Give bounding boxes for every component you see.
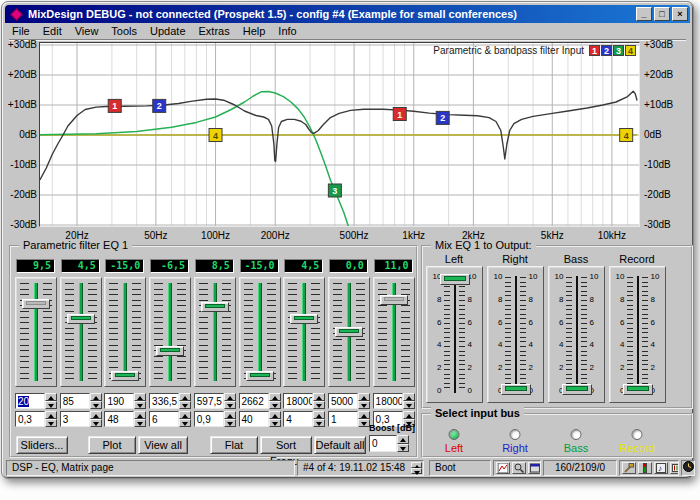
spin-up-icon[interactable] <box>313 411 325 419</box>
clock-icon[interactable] <box>683 461 694 476</box>
spin-down-icon[interactable] <box>224 419 236 427</box>
output-fader-thumb-bass[interactable] <box>562 384 592 395</box>
bus-label-left[interactable]: Left <box>445 442 463 454</box>
plot-button[interactable]: Plot <box>88 436 136 454</box>
boost-spinner[interactable]: 0 <box>369 435 409 452</box>
plot-icon[interactable] <box>496 462 510 474</box>
freq-spin-buttons[interactable] <box>90 393 102 409</box>
freq-spinner-1[interactable]: 20 <box>15 393 57 409</box>
output-fader-right[interactable]: 10 108 86 64 42 20 0 <box>487 266 544 403</box>
minimize-button[interactable]: _ <box>636 7 652 21</box>
spin-down-icon[interactable] <box>90 401 102 409</box>
close-button[interactable]: × <box>672 7 688 21</box>
fader-thumb-6[interactable] <box>246 371 274 381</box>
mixer-icon[interactable] <box>670 462 679 474</box>
spin-down-icon[interactable] <box>313 419 325 427</box>
spin-up-icon[interactable] <box>90 411 102 419</box>
spin-up-icon[interactable] <box>224 411 236 419</box>
spin-up-icon[interactable] <box>269 393 281 401</box>
freq-spin-buttons[interactable] <box>224 393 236 409</box>
spin-down-icon[interactable] <box>179 419 191 427</box>
view-all-button[interactable]: View all <box>138 436 188 454</box>
filter-marker-3[interactable]: 3 <box>328 184 341 197</box>
sort-frequ-button[interactable]: Sort Frequ. <box>260 436 312 454</box>
menu-extras[interactable]: Extras <box>193 25 237 37</box>
freq-spinner-2[interactable]: 85 <box>60 393 102 409</box>
menu-tools[interactable]: Tools <box>105 25 144 37</box>
spin-down-icon[interactable] <box>45 401 57 409</box>
spin-down-icon[interactable] <box>269 401 281 409</box>
boost-value-input[interactable]: 0 <box>369 435 397 452</box>
spin-down-icon[interactable] <box>45 419 57 427</box>
maximize-button[interactable]: □ <box>654 7 670 21</box>
output-fader-thumb-right[interactable] <box>501 384 531 395</box>
spin-down-icon[interactable] <box>403 401 415 409</box>
freq-spinner-3[interactable]: 190 <box>104 393 146 409</box>
freq-spin-buttons[interactable] <box>313 393 325 409</box>
filter-marker-2[interactable]: 2 <box>153 99 166 112</box>
q-input-4[interactable]: 6 <box>149 411 179 427</box>
output-fader-thumb-left[interactable] <box>440 274 470 285</box>
freq-spin-buttons[interactable] <box>358 393 370 409</box>
eq-response-plot[interactable]: 1243124 Parametric & bandpass filter Inp… <box>39 42 640 227</box>
bus-radio-right[interactable] <box>510 429 521 440</box>
freq-spin-buttons[interactable] <box>134 393 146 409</box>
spin-up-icon[interactable] <box>45 393 57 401</box>
spin-down-icon[interactable] <box>224 401 236 409</box>
q-input-7[interactable]: 4 <box>283 411 313 427</box>
menu-info[interactable]: Info <box>272 25 303 37</box>
q-spin-buttons[interactable] <box>134 411 146 427</box>
q-spin-buttons[interactable] <box>90 411 102 427</box>
q-spin-buttons[interactable] <box>313 411 325 427</box>
bus-label-right[interactable]: Right <box>502 442 528 454</box>
q-spin-buttons[interactable] <box>45 411 57 427</box>
fader-thumb-9[interactable] <box>380 295 408 305</box>
freq-spin-buttons[interactable] <box>269 393 281 409</box>
spin-up-icon[interactable] <box>134 411 146 419</box>
freq-spin-buttons[interactable] <box>403 393 415 409</box>
spin-up-icon[interactable] <box>269 411 281 419</box>
filter-marker-1[interactable]: 1 <box>393 108 406 121</box>
gain-fader-6[interactable] <box>239 277 281 387</box>
fader-thumb-4[interactable] <box>156 346 184 356</box>
freq-input-5[interactable]: 597,5 <box>194 393 224 409</box>
q-input-6[interactable]: 40 <box>239 411 269 427</box>
bus-radio-bass[interactable] <box>571 429 582 440</box>
gain-fader-5[interactable] <box>194 277 236 387</box>
spin-up-icon[interactable] <box>134 393 146 401</box>
output-fader-thumb-record[interactable] <box>623 384 653 395</box>
q-spinner-6[interactable]: 40 <box>239 411 281 427</box>
spin-down-icon[interactable] <box>397 444 409 453</box>
spin-down-icon[interactable] <box>313 401 325 409</box>
preset-spin-buttons[interactable] <box>411 462 422 474</box>
notes-icon[interactable]: ♪ <box>654 462 668 474</box>
freq-spinner-4[interactable]: 336,5 <box>149 393 191 409</box>
freq-spinner-5[interactable]: 597,5 <box>194 393 236 409</box>
menu-help[interactable]: Help <box>237 25 273 37</box>
filter-marker-4[interactable]: 4 <box>209 129 222 142</box>
gain-fader-9[interactable] <box>373 277 415 387</box>
spin-up-icon[interactable] <box>224 393 236 401</box>
spin-down-icon[interactable] <box>358 401 370 409</box>
window-icon[interactable] <box>528 462 541 474</box>
q-spinner-1[interactable]: 0,3 <box>15 411 57 427</box>
q-input-1[interactable]: 0,3 <box>15 411 45 427</box>
q-spin-buttons[interactable] <box>269 411 281 427</box>
fader-thumb-2[interactable] <box>67 314 95 324</box>
spin-up-icon[interactable] <box>397 435 409 444</box>
spin-down-icon[interactable] <box>90 419 102 427</box>
spin-down-icon[interactable] <box>134 401 146 409</box>
spin-down-icon[interactable] <box>269 419 281 427</box>
bus-radio-record[interactable] <box>632 429 643 440</box>
fader-thumb-1[interactable] <box>22 299 50 309</box>
gain-fader-7[interactable] <box>283 277 325 387</box>
menu-view[interactable]: View <box>69 25 106 37</box>
filter-marker-4[interactable]: 4 <box>620 129 633 142</box>
menu-edit[interactable]: Edit <box>37 25 69 37</box>
output-fader-record[interactable]: 10 108 86 64 42 20 0 <box>609 266 666 403</box>
gain-fader-2[interactable] <box>60 277 102 387</box>
freq-spinner-9[interactable]: 18000 <box>373 393 415 409</box>
spin-down-icon[interactable] <box>411 468 422 474</box>
bus-label-bass[interactable]: Bass <box>564 442 588 454</box>
freq-input-6[interactable]: 2662 <box>239 393 269 409</box>
